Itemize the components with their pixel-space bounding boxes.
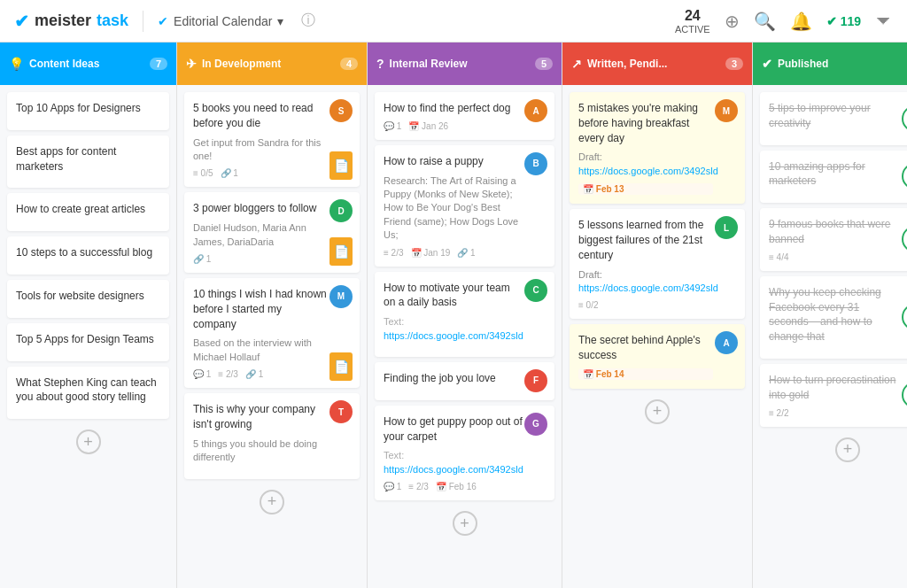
date-meta: 📅 Feb 16 (436, 482, 477, 491)
card-dev-2[interactable]: D 3 power bloggers to follow Daniel Huds… (184, 192, 360, 273)
project-selector[interactable]: ✔ Editorial Calendar ▾ (158, 14, 283, 28)
column-ideas-cards: Top 10 Apps for Designers Best apps for … (0, 85, 176, 588)
logo-meister-text: meister (35, 12, 91, 30)
green-check-icon: ✔ (902, 226, 907, 252)
card-meta: ≡ 0/2 (578, 300, 713, 310)
card-title: The secret behind Apple's success (578, 333, 713, 363)
notifications-badge[interactable]: ✔ 119 (826, 14, 861, 28)
checklist-meta: ≡ 4/4 (769, 252, 789, 262)
card-meta: ≡ 4/4 (769, 252, 898, 262)
column-ideas-count: 7 (150, 58, 167, 70)
active-users-badge[interactable]: 24 ACTIVE (675, 8, 710, 35)
card-review-5[interactable]: G How to get puppy poop out of your carp… (375, 406, 554, 500)
card-title: This is why your company isn't growing (193, 402, 328, 432)
card-title: 9 famous books that were banned (769, 217, 898, 247)
card-date: 📅 Feb 13 (578, 183, 713, 195)
column-dev-count: 4 (340, 58, 358, 70)
card-published-4[interactable]: Why you keep checking Facebook every 31 … (760, 276, 907, 359)
card-dev-4[interactable]: T This is why your company isn't growing… (184, 393, 360, 478)
clip-meta: 🔗 1 (245, 369, 263, 379)
app-logo: ✔ meistertask (14, 11, 128, 32)
card-meta: 🔗 1 (193, 254, 328, 264)
card-dev-1[interactable]: S 5 books you need to read before you di… (184, 92, 360, 187)
card-title: Top 5 Apps for Design Teams (16, 332, 160, 347)
card-desc: Text: https://docs.google.com/3492sld (384, 315, 523, 343)
card-published-5[interactable]: How to turn procrastination into gold ≡ … (760, 364, 907, 427)
column-written-title: Written, Pendi... (587, 58, 720, 70)
card-published-3[interactable]: 9 famous books that were banned ≡ 4/4 ✔ (760, 208, 907, 271)
card-dev-3[interactable]: M 10 things I wish I had known before I … (184, 278, 360, 388)
avatar: A (715, 331, 738, 354)
bell-icon[interactable]: 🔔 (790, 11, 812, 32)
column-review-count: 5 (535, 58, 553, 70)
card-ideas-2[interactable]: Best apps for content marketers (7, 135, 169, 189)
card-review-4[interactable]: F Finding the job you love (375, 362, 554, 400)
card-title: How to find the perfect dog (384, 101, 523, 116)
card-title: Why you keep checking Facebook every 31 … (769, 285, 898, 344)
card-published-1[interactable]: 5 tips to improve your creativity ✔ (760, 92, 907, 145)
active-label: ACTIVE (675, 24, 710, 35)
search-icon[interactable]: 🔍 (754, 11, 776, 32)
card-published-2[interactable]: 10 amazing apps for marketers ✔ (760, 151, 907, 204)
card-written-1[interactable]: M 5 mistakes you're making before having… (570, 92, 745, 204)
add-idea-button[interactable]: + (76, 429, 101, 454)
add-written-button[interactable]: + (645, 399, 670, 424)
card-ideas-1[interactable]: Top 10 Apps for Designers (7, 92, 169, 130)
avatar: M (329, 285, 353, 308)
column-published-header: ✔ Published 5 (753, 43, 907, 85)
published-icon: ✔ (762, 57, 772, 71)
column-review: ? Internal Review 5 A How to find the pe… (368, 43, 562, 588)
avatar: L (715, 216, 738, 239)
column-written-header: ↗ Written, Pendi... 3 (562, 43, 752, 85)
card-title: Best apps for content marketers (16, 144, 160, 174)
card-title: 3 power bloggers to follow (193, 201, 328, 216)
written-icon: ↗ (571, 57, 582, 71)
add-published-button[interactable]: + (835, 437, 860, 462)
comment-meta: 💬 1 (384, 121, 401, 131)
card-meta: ≡ 0/5 🔗 1 (193, 168, 328, 178)
card-title: 5 lessons learned from the biggest failu… (578, 218, 713, 262)
ideas-icon: 💡 (9, 57, 24, 71)
clip-meta: 🔗 1 (457, 248, 475, 258)
card-ideas-7[interactable]: What Stephen King can teach you about go… (7, 367, 169, 420)
card-review-2[interactable]: B How to raise a puppy Research: The Art… (375, 145, 554, 267)
review-icon: ? (376, 57, 384, 71)
card-desc: Get input from Sandra for this one! (193, 136, 328, 164)
column-published: ✔ Published 5 5 tips to improve your cre… (753, 43, 907, 588)
avatar: G (524, 413, 547, 436)
menu-icon[interactable]: ⏷ (875, 11, 893, 31)
card-meta: 💬 1 ≡ 2/3 🔗 1 (193, 369, 328, 379)
avatar: A (524, 99, 547, 122)
card-title: What Stephen King can teach you about go… (16, 375, 160, 406)
info-icon[interactable]: ⓘ (301, 12, 315, 30)
card-written-3[interactable]: A The secret behind Apple's success 📅 Fe… (570, 324, 745, 389)
card-title: 10 things I wish I had known before I st… (193, 287, 328, 331)
nav-right: 24 ACTIVE ⊕ 🔍 🔔 ✔ 119 ⏷ (675, 8, 893, 35)
avatar: B (524, 152, 547, 175)
add-icon[interactable]: ⊕ (725, 11, 740, 32)
card-ideas-3[interactable]: How to create great articles (7, 193, 169, 231)
column-review-title: Internal Review (390, 58, 530, 70)
card-title: 5 books you need to read before you die (193, 101, 328, 131)
card-ideas-5[interactable]: Tools for website designers (7, 280, 169, 318)
card-meta: ≡ 2/2 (769, 408, 898, 418)
card-desc: Research: The Art of Raising a Puppy (Mo… (384, 174, 523, 243)
project-name: Editorial Calendar (174, 14, 272, 28)
add-dev-button[interactable]: + (260, 490, 284, 514)
column-ideas-header: 💡 Content Ideas 7 (0, 43, 176, 85)
card-ideas-6[interactable]: Top 5 Apps for Design Teams (7, 323, 169, 361)
date-meta: 📅 Jan 26 (408, 121, 448, 131)
clip-meta: 🔗 1 (193, 254, 211, 264)
column-dev-title: In Development (202, 58, 335, 70)
card-written-2[interactable]: L 5 lessons learned from the biggest fai… (570, 209, 745, 319)
nav-divider (143, 11, 143, 32)
add-review-button[interactable]: + (453, 511, 477, 536)
checklist-meta: ≡ 2/3 (408, 482, 429, 491)
card-ideas-4[interactable]: 10 steps to a successful blog (7, 236, 169, 275)
doc-icon: 📄 (329, 151, 353, 180)
card-review-1[interactable]: A How to find the perfect dog 💬 1 📅 Jan … (375, 92, 554, 140)
card-review-3[interactable]: C How to motivate your team on a daily b… (375, 272, 554, 357)
green-check-icon: ✔ (902, 304, 907, 330)
avatar: F (524, 369, 547, 392)
checklist-meta: ≡ 2/3 (384, 248, 404, 258)
